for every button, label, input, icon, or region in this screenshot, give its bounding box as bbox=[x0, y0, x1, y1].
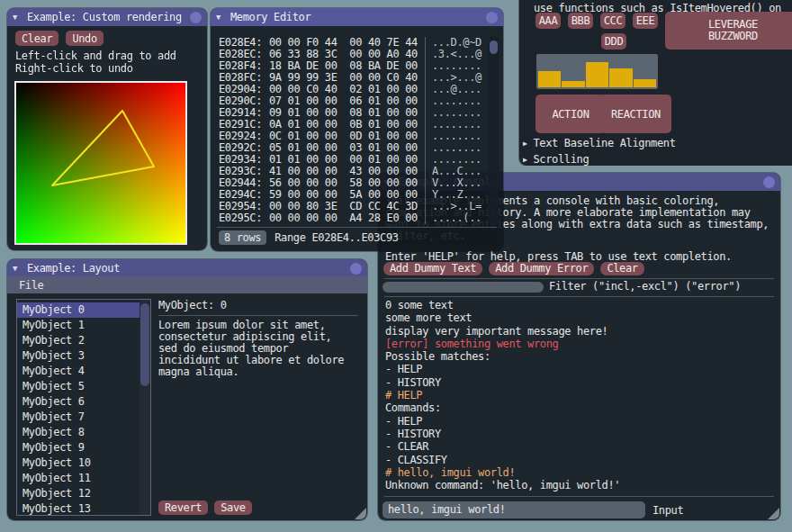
hint-line: Right-click to undo bbox=[15, 62, 176, 75]
console-log-line: - HELP bbox=[385, 415, 620, 428]
list-item[interactable]: MyObject 7 bbox=[17, 410, 150, 425]
hex-ascii-divider bbox=[425, 37, 426, 49]
custom-rendering-titlebar[interactable]: ▼ Example: Custom rendering bbox=[7, 8, 207, 26]
list-item[interactable]: MyObject 5 bbox=[17, 379, 150, 394]
memory-editor-statusbar: 8 rows Range E028E4..E03C93 bbox=[219, 230, 399, 245]
console-button[interactable]: Add Dummy Error bbox=[489, 262, 594, 275]
console-log-line: Commands: bbox=[385, 401, 620, 414]
memory-ascii: .....(.. bbox=[432, 212, 482, 224]
resize-grip[interactable] bbox=[355, 508, 366, 519]
console-log-line: # hello, imgui world! bbox=[385, 466, 620, 479]
rows-button[interactable]: 8 rows bbox=[219, 230, 266, 245]
close-icon[interactable] bbox=[350, 263, 362, 275]
detail-text: Lorem ipsum dolor sit amet,consectetur a… bbox=[158, 320, 358, 378]
hex-ascii-divider bbox=[425, 154, 426, 166]
list-item[interactable]: MyObject 9 bbox=[17, 440, 150, 455]
list-item[interactable]: MyObject 4 bbox=[17, 364, 150, 379]
scrollbar[interactable] bbox=[489, 36, 499, 227]
list-item[interactable]: MyObject 12 bbox=[17, 486, 150, 501]
scrollbar-thumb[interactable] bbox=[490, 41, 498, 54]
undo-button[interactable]: Undo bbox=[66, 31, 104, 46]
action-button[interactable]: ACTION bbox=[536, 95, 606, 133]
hex-ascii-divider bbox=[425, 189, 426, 201]
scrollbar-thumb[interactable] bbox=[140, 303, 149, 386]
memory-editor-titlebar[interactable]: ▼ Memory Editor bbox=[211, 8, 503, 26]
separator bbox=[384, 278, 774, 279]
memory-row[interactable]: E0295C: 00 00 00 00 A4 28 E0 00 .....(.. bbox=[219, 212, 482, 224]
menu-file[interactable]: File bbox=[7, 279, 44, 292]
hex-ascii-divider bbox=[425, 201, 426, 212]
list-item[interactable]: MyObject 11 bbox=[17, 471, 150, 486]
list-item[interactable]: MyObject 10 bbox=[17, 455, 150, 471]
list-item[interactable]: MyObject 6 bbox=[17, 394, 150, 410]
revert-button[interactable]: Revert bbox=[158, 500, 208, 515]
collapsing-header-label: Scrolling bbox=[533, 153, 589, 166]
hex-ascii-divider bbox=[425, 119, 426, 131]
custom-rendering-window: ▼ Example: Custom rendering Clear Undo L… bbox=[7, 8, 207, 250]
demo-small-button[interactable]: EEE bbox=[633, 13, 658, 29]
demo-window: use functions such as IsItemHovered() on… bbox=[519, 0, 792, 166]
filter-input[interactable] bbox=[382, 282, 544, 293]
ddd-button[interactable]: DDD bbox=[601, 33, 626, 50]
detail-text-line: magna aliqua. bbox=[158, 366, 358, 378]
console-log-line: - CLASSIFY bbox=[385, 454, 620, 466]
console-log-line: 0 some text bbox=[385, 299, 620, 311]
demo-button-row: AAABBBCCCEEE bbox=[536, 13, 658, 29]
histogram-bar bbox=[586, 62, 608, 87]
layout-titlebar[interactable]: ▼ Example: Layout bbox=[7, 259, 367, 277]
list-item[interactable]: MyObject 8 bbox=[17, 425, 150, 440]
collapse-arrow-icon[interactable]: ▼ bbox=[216, 13, 226, 22]
object-list: MyObject 0MyObject 1MyObject 2MyObject 3… bbox=[16, 299, 151, 516]
collapse-arrow-icon[interactable]: ▼ bbox=[13, 13, 22, 22]
histogram-bar bbox=[634, 79, 656, 87]
demo-small-button[interactable]: CCC bbox=[600, 13, 626, 29]
demo-small-button[interactable]: BBB bbox=[568, 13, 593, 29]
collapsing-header[interactable]: ▶ Scrolling bbox=[523, 153, 676, 166]
window-title: Memory Editor bbox=[230, 11, 310, 23]
console-log-line: - CLEAR bbox=[385, 440, 620, 453]
collapsing-header-label: Text Baseline Alignment bbox=[533, 137, 675, 149]
separator bbox=[217, 227, 497, 228]
save-button[interactable]: Save bbox=[214, 500, 252, 515]
collapsing-header[interactable]: ▶ Text Baseline Alignment bbox=[523, 137, 676, 149]
demo-small-button[interactable]: AAA bbox=[536, 13, 561, 29]
drawing-canvas[interactable] bbox=[14, 81, 187, 245]
hex-ascii-divider bbox=[425, 49, 426, 60]
input-label: Input bbox=[652, 504, 683, 517]
collapse-arrow-icon[interactable]: ▼ bbox=[13, 264, 22, 273]
close-icon[interactable] bbox=[190, 12, 202, 23]
reaction-button[interactable]: REACTION bbox=[600, 95, 671, 133]
histogram-plot bbox=[536, 54, 658, 89]
memory-editor-window: ▼ Memory Editor E028E4: 00 00 F0 44 00 4… bbox=[211, 8, 503, 251]
console-button[interactable]: Add Dummy Text bbox=[383, 262, 482, 275]
hex-ascii-divider bbox=[425, 166, 426, 177]
console-button-row: Add Dummy TextAdd Dummy ErrorClear bbox=[383, 262, 644, 275]
close-icon[interactable] bbox=[486, 12, 498, 23]
hint-line: Left-click and drag to add bbox=[15, 50, 176, 62]
list-item[interactable]: MyObject 0 bbox=[17, 302, 150, 318]
console-button[interactable]: Clear bbox=[600, 262, 644, 275]
hex-ascii-divider bbox=[425, 107, 426, 119]
memory-hex-bytes[interactable]: 00 00 00 00 A4 28 E0 00 bbox=[269, 212, 425, 224]
histogram-bar bbox=[609, 68, 632, 87]
list-item[interactable]: MyObject 1 bbox=[17, 318, 150, 333]
list-item[interactable]: MyObject 3 bbox=[17, 348, 150, 364]
scrollbar[interactable] bbox=[140, 300, 150, 515]
console-log-line: display very important message here! bbox=[385, 325, 620, 338]
memory-rows: E028E4: 00 00 F0 44 00 40 7E 44 ...D.@~D… bbox=[219, 37, 482, 224]
resize-grip[interactable] bbox=[768, 508, 779, 519]
close-icon[interactable] bbox=[763, 176, 775, 188]
list-item[interactable]: MyObject 2 bbox=[17, 333, 150, 348]
console-log-line: Unknown command: 'hello, imgui world!' bbox=[385, 479, 620, 491]
hex-ascii-divider bbox=[425, 84, 426, 95]
hex-ascii-divider bbox=[425, 60, 426, 72]
window-title: Example: Custom rendering bbox=[27, 11, 182, 23]
clear-button[interactable]: Clear bbox=[15, 31, 58, 46]
chevron-right-icon: ▶ bbox=[523, 156, 526, 164]
console-log: 0 some textsome more textdisplay very im… bbox=[385, 299, 620, 491]
hex-ascii-divider bbox=[425, 212, 426, 224]
console-command-input[interactable]: hello, imgui world! bbox=[382, 501, 645, 518]
hex-ascii-divider bbox=[425, 131, 426, 142]
leverage-buzzword-button[interactable]: LEVERAGE BUZZWORD bbox=[665, 12, 792, 50]
list-item[interactable]: MyObject 13 bbox=[17, 501, 150, 516]
